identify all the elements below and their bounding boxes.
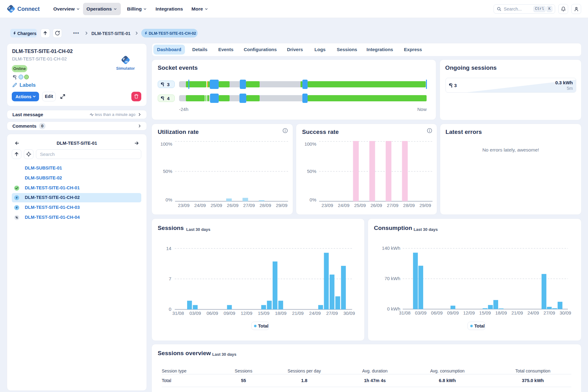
svg-text:29/09: 29/09 — [419, 203, 431, 208]
svg-text:27/09: 27/09 — [543, 310, 555, 315]
svg-text:18/09: 18/09 — [275, 311, 287, 316]
svg-text:14: 14 — [166, 246, 171, 251]
svg-text:26/09: 26/09 — [227, 203, 239, 208]
svg-text:21/09: 21/09 — [292, 311, 304, 316]
svg-text:15/09: 15/09 — [479, 310, 491, 315]
svg-text:140 kWh: 140 kWh — [382, 245, 400, 251]
svg-text:24/09: 24/09 — [338, 203, 350, 208]
svg-text:26/09: 26/09 — [371, 203, 382, 208]
svg-text:0 kWh: 0 kWh — [387, 306, 400, 311]
svg-text:m: m — [125, 60, 128, 63]
svg-text:06/09: 06/09 — [207, 311, 218, 316]
svg-text:24/09: 24/09 — [194, 203, 206, 208]
svg-text:23/09: 23/09 — [322, 203, 333, 208]
svg-text:09/09: 09/09 — [224, 311, 235, 316]
svg-text:21/09: 21/09 — [511, 310, 523, 315]
svg-text:30/09: 30/09 — [343, 311, 355, 316]
svg-text:25/09: 25/09 — [211, 203, 222, 208]
svg-text:28/09: 28/09 — [260, 203, 271, 208]
svg-text:70 kWh: 70 kWh — [384, 276, 400, 281]
svg-text:m: m — [11, 8, 13, 12]
svg-text:28/09: 28/09 — [403, 203, 415, 208]
svg-text:7: 7 — [169, 276, 171, 281]
svg-text:27/09: 27/09 — [326, 311, 338, 316]
svg-text:0%: 0% — [309, 197, 316, 202]
svg-text:24/09: 24/09 — [527, 310, 539, 315]
svg-text:0%: 0% — [165, 197, 172, 202]
svg-text:29/09: 29/09 — [276, 203, 287, 208]
svg-text:50%: 50% — [307, 169, 316, 174]
svg-text:03/09: 03/09 — [415, 310, 427, 315]
svg-text:100%: 100% — [160, 141, 172, 147]
svg-text:27/09: 27/09 — [243, 203, 255, 208]
svg-text:100%: 100% — [305, 141, 316, 147]
svg-text:50%: 50% — [163, 169, 172, 174]
svg-text:24/09: 24/09 — [309, 311, 321, 316]
svg-text:12/09: 12/09 — [241, 311, 252, 316]
svg-text:09/09: 09/09 — [447, 310, 459, 315]
svg-text:31/08: 31/08 — [172, 311, 184, 316]
svg-text:18/09: 18/09 — [495, 310, 507, 315]
svg-text:06/09: 06/09 — [431, 310, 443, 315]
svg-text:03/09: 03/09 — [189, 311, 201, 316]
svg-text:e: e — [123, 56, 125, 61]
svg-text:31/08: 31/08 — [399, 310, 411, 315]
svg-text:23/09: 23/09 — [178, 203, 190, 208]
svg-text:12/09: 12/09 — [463, 310, 475, 315]
svg-text:30/09: 30/09 — [559, 310, 571, 315]
svg-text:e: e — [8, 6, 10, 10]
svg-text:15/09: 15/09 — [258, 311, 270, 316]
svg-text:0: 0 — [169, 306, 171, 312]
svg-text:25/09: 25/09 — [354, 203, 366, 208]
svg-text:27/09: 27/09 — [387, 203, 399, 208]
